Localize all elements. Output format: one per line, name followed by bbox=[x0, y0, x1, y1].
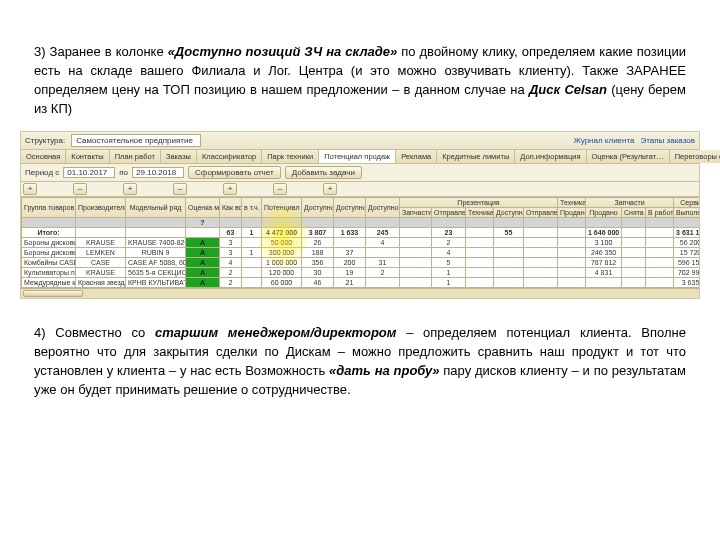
tab-0[interactable]: Основная bbox=[21, 150, 66, 163]
tab-10[interactable]: Оценка (Результат… bbox=[587, 150, 670, 163]
date-from-input[interactable]: 01.10.2017 bbox=[63, 167, 115, 178]
cell bbox=[466, 238, 494, 248]
cell bbox=[400, 258, 432, 268]
cell bbox=[558, 228, 586, 238]
cell: 4 472 000 bbox=[262, 228, 302, 238]
structure-dropdown[interactable]: Самостоятельное предприятие bbox=[71, 134, 201, 147]
cell: 245 bbox=[366, 228, 400, 238]
cell: 26 bbox=[302, 238, 334, 248]
table-row[interactable]: Комбайны CASECASECASE AF 5088, 6088,A41 … bbox=[22, 258, 700, 268]
tab-11[interactable]: Переговоры с пост… bbox=[670, 150, 720, 163]
tab-4[interactable]: Классификатор bbox=[197, 150, 262, 163]
col-subheader: Отправлено КП bbox=[524, 208, 558, 218]
table-row[interactable]: Междурядные кулКрасная звездаКРНВ КУЛЬТИ… bbox=[22, 278, 700, 288]
toolbar-period: Период с 01.10.2017 по 29.10.2018 Сформи… bbox=[21, 164, 699, 182]
date-to-input[interactable]: 29.10.2018 bbox=[132, 167, 184, 178]
cell: 3 100 bbox=[586, 238, 622, 248]
table-row[interactable]: Культиваторы преKRAUSE5635 5-я СЕКЦИОННЫ… bbox=[22, 268, 700, 278]
cell: 1 000 000 bbox=[262, 258, 302, 268]
date-separator: по bbox=[119, 168, 128, 177]
cell: 23 bbox=[432, 228, 466, 238]
tab-6[interactable]: Потенциал продаж bbox=[319, 150, 396, 163]
col-header: Доступно позиций ЗЧ по спец.акциям bbox=[366, 198, 400, 218]
cell: 63 bbox=[220, 228, 242, 238]
cell bbox=[646, 228, 674, 238]
col-subheader: Выполне bbox=[674, 208, 699, 218]
cell: 19 bbox=[334, 268, 366, 278]
cell: 1 bbox=[432, 268, 466, 278]
tab-5[interactable]: Парк техники bbox=[262, 150, 319, 163]
cell: 30 bbox=[302, 268, 334, 278]
expand-toggle-0[interactable]: + bbox=[23, 183, 37, 195]
cell: CASE AF 5088, 6088, bbox=[126, 258, 186, 268]
expand-toggle-4[interactable]: + bbox=[223, 183, 237, 195]
tab-2[interactable]: План работ bbox=[110, 150, 161, 163]
cell bbox=[400, 248, 432, 258]
link-order-stages[interactable]: Этапы заказов bbox=[640, 136, 695, 145]
scrollbar-thumb[interactable] bbox=[23, 290, 83, 297]
tab-3[interactable]: Заказы bbox=[161, 150, 197, 163]
col-header: в т.ч. ЛБР bbox=[242, 198, 262, 218]
tab-7[interactable]: Реклама bbox=[396, 150, 437, 163]
expand-toggle-5[interactable]: – bbox=[273, 183, 287, 195]
horizontal-scrollbar[interactable] bbox=[21, 288, 699, 298]
data-grid: Группа товаровПроизводительМодельный ряд… bbox=[21, 197, 699, 288]
col-group-header: Серви bbox=[674, 198, 699, 208]
cell: 5 bbox=[432, 258, 466, 268]
cell: RUBIN 9 bbox=[126, 248, 186, 258]
cell: 2 bbox=[432, 238, 466, 248]
cell bbox=[242, 258, 262, 268]
tab-8[interactable]: Кредитные лимиты bbox=[437, 150, 515, 163]
cell: 2 bbox=[220, 278, 242, 288]
cell: 50 000 bbox=[262, 238, 302, 248]
generate-report-button[interactable]: Сформировать отчет bbox=[188, 166, 281, 179]
cell bbox=[524, 278, 558, 288]
cell: Итого: bbox=[22, 228, 76, 238]
tab-9[interactable]: Доп.информация bbox=[515, 150, 586, 163]
cell bbox=[622, 258, 646, 268]
expand-toggle-6[interactable]: + bbox=[323, 183, 337, 195]
cell: 300 000 bbox=[262, 248, 302, 258]
toolbar-structure: Структура: Самостоятельное предприятие Ж… bbox=[21, 132, 699, 150]
table-row[interactable]: Бороны дисковыеLEMKENRUBIN 9A31300 00018… bbox=[22, 248, 700, 258]
cell: КРНВ КУЛЬТИВАТОР bbox=[126, 278, 186, 288]
cell: Междурядные кул bbox=[22, 278, 76, 288]
expand-toggle-2[interactable]: + bbox=[123, 183, 137, 195]
cell bbox=[524, 228, 558, 238]
expand-toggle-1[interactable]: – bbox=[73, 183, 87, 195]
structure-label: Структура: bbox=[25, 136, 65, 145]
cell: KRAUSE 7400-8200 bbox=[126, 238, 186, 248]
cell bbox=[366, 248, 400, 258]
col-subheader: Снята bbox=[622, 208, 646, 218]
link-client-journal[interactable]: Журнал клиента bbox=[573, 136, 634, 145]
col-subheader: Продано bbox=[586, 208, 622, 218]
col-group-header: Презентация bbox=[400, 198, 558, 208]
cell: 702 990 bbox=[674, 268, 699, 278]
expand-collapse-row: +–+–+–+ bbox=[21, 182, 699, 197]
cell bbox=[524, 268, 558, 278]
cell: A bbox=[186, 238, 220, 248]
col-subheader: В работе bbox=[646, 208, 674, 218]
cell: Комбайны CASE bbox=[22, 258, 76, 268]
cell: Бороны дисковые bbox=[22, 248, 76, 258]
instruction-paragraph-3: 3) Заранее в колонке «Доступно позиций З… bbox=[0, 13, 720, 118]
cell: Красная звезда bbox=[76, 278, 126, 288]
cell: 188 bbox=[302, 248, 334, 258]
cell: 31 bbox=[366, 258, 400, 268]
cell: 1 bbox=[242, 228, 262, 238]
cell bbox=[622, 278, 646, 288]
cell: KRAUSE bbox=[76, 268, 126, 278]
add-tasks-button[interactable]: Добавить задачи bbox=[285, 166, 362, 179]
period-label: Период с bbox=[25, 168, 59, 177]
tab-1[interactable]: Контакты bbox=[66, 150, 109, 163]
table-row[interactable]: Бороны дисковыеKRAUSEKRAUSE 7400-8200A35… bbox=[22, 238, 700, 248]
col-header: Доступно проблемных позиций ЗЧ bbox=[334, 198, 366, 218]
cell bbox=[334, 238, 366, 248]
filter-cell[interactable]: ? bbox=[186, 218, 220, 228]
cell bbox=[622, 268, 646, 278]
cell: 60 000 bbox=[262, 278, 302, 288]
expand-toggle-3[interactable]: – bbox=[173, 183, 187, 195]
cell: 246 350 bbox=[586, 248, 622, 258]
cell bbox=[466, 268, 494, 278]
cell bbox=[646, 248, 674, 258]
